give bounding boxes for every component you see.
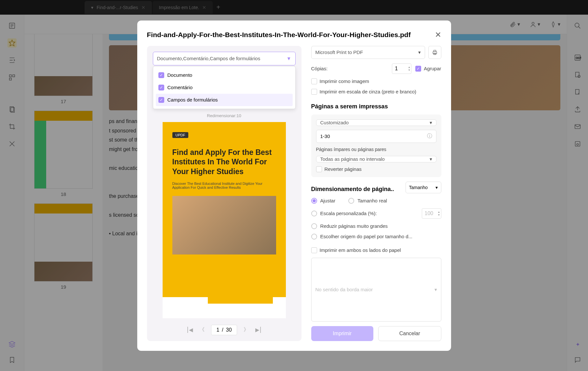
spin-down-icon[interactable]: ▼ [408,69,410,72]
grayscale-label: Imprimir em escala de cinza (preto e bra… [320,89,417,94]
svg-rect-17 [434,50,436,51]
resize-label: Redimensionar:10 [153,113,296,118]
option-label: Documento [167,72,193,78]
content-dropdown[interactable]: Documento,Comentário,Campos de formulári… [153,52,296,65]
shrink-radio[interactable]: Reduzir páginas muito grandes [311,223,441,229]
page-input[interactable]: 1 / 30 [211,325,237,335]
radio-icon [311,234,317,240]
pages-mode-select[interactable]: Customizado ▾ [316,119,436,126]
copies-value: 1 [395,66,398,72]
copies-label: Cópias: [311,66,328,71]
preview-panel: Documento,Comentário,Campos de formulári… [147,46,301,341]
option-document[interactable]: ✓ Documento [156,69,293,81]
duplex-label: Imprimir em ambos os lados do papel [320,247,401,253]
cancel-button[interactable]: Cancelar [378,326,441,341]
chevron-down-icon: ▾ [418,49,421,55]
next-page-button[interactable]: 》 [244,326,249,333]
checkbox-icon [311,247,317,253]
copies-spinner[interactable]: 1 ▲▼ [392,63,411,74]
preview-page: UPDF Find and Apply For the Best Institu… [163,122,286,318]
fit-radio[interactable]: Ajustar [311,198,336,204]
choose-source-radio[interactable]: Escolher origem do papel por tamanho d..… [311,234,441,240]
custom-scale-label: Escala personalizada (%): [320,211,377,216]
prev-page-button[interactable]: 《 [199,326,205,333]
pager: ⎮◀ 《 1 / 30 》 ▶⎮ [153,325,296,335]
size-value: Tamanho [409,185,428,190]
pages-section-title: Páginas a serem impressas [311,103,441,110]
printer-properties-button[interactable] [428,46,441,59]
option-label: Campos de formulários [167,97,218,103]
close-dialog-button[interactable]: ✕ [435,30,441,39]
pages-mode-value: Customizado [320,120,349,125]
chevron-down-icon: ▼ [287,56,291,61]
preview-subtitle: Discover The Best Educational Institute … [172,182,276,189]
svg-rect-16 [433,51,437,54]
preview-title: Find and Apply For the Best Institutes I… [172,148,276,177]
preview-logo: UPDF [172,132,189,138]
option-comment[interactable]: ✓ Comentário [156,81,293,94]
settings-panel: Microsoft Print to PDF ▾ Cópias: 1 ▲▼ [311,46,441,341]
scaling-section-title: Dimensionamento de página.. [311,186,394,193]
dialog-title: Find-and-Apply-For-the-Best-Institutes-I… [147,31,411,39]
custom-scale-radio[interactable]: Escala personalizada (%): [311,211,377,216]
collate-label: Agrupar [424,66,441,71]
reverse-label: Reverter páginas [325,166,362,172]
radio-icon [311,223,317,229]
current-page: 1 [216,327,219,333]
printer-select[interactable]: Microsoft Print to PDF ▾ [311,46,425,59]
shrink-label: Reduzir páginas muito grandes [320,223,388,229]
dropdown-menu: ✓ Documento ✓ Comentário ✓ Campos de for… [153,66,296,109]
checkbox-icon [311,78,317,84]
chevron-down-icon: ▾ [435,185,438,190]
scale-spinner[interactable]: 100 ▲▼ [422,208,441,219]
chevron-down-icon: ▾ [430,120,432,126]
spin-up-icon[interactable]: ▲ [438,211,440,213]
grayscale-checkbox[interactable]: Imprimir em escala de cinza (preto e bra… [311,89,441,95]
printer-value: Microsoft Print to PDF [315,49,363,55]
size-select[interactable]: Tamanho ▾ [406,182,441,193]
scale-value: 100 [425,211,434,216]
help-icon[interactable]: ⓘ [427,133,432,140]
radio-icon [311,198,317,204]
print-button[interactable]: Imprimir [311,326,374,341]
reverse-pages-checkbox[interactable]: Reverter páginas [316,166,436,172]
duplex-mode-value: No sentido da borda maior [315,287,373,292]
spin-down-icon[interactable]: ▼ [438,213,440,216]
checkbox-icon: ✓ [158,72,164,78]
radio-icon [311,211,317,216]
print-as-image-checkbox[interactable]: Imprimir como imagem [311,78,441,84]
total-pages: 30 [226,327,232,333]
print-dialog: Find-and-Apply-For-the-Best-Institutes-I… [137,21,451,351]
page-separator: / [222,327,223,333]
collate-checkbox[interactable]: ✓ Agrupar [415,66,441,72]
option-form-fields[interactable]: ✓ Campos de formulários [156,94,293,106]
preview-photo [172,196,276,254]
odd-even-value: Todas as páginas no intervalo [320,156,385,162]
last-page-button[interactable]: ▶⎮ [255,327,262,333]
page-range-input[interactable]: 1-30 ⓘ [316,130,436,143]
radio-icon [348,198,354,204]
checkbox-icon [316,166,322,172]
duplex-checkbox[interactable]: Imprimir em ambos os lados do papel [311,247,441,253]
checkbox-icon [311,89,317,95]
actual-label: Tamanho real [357,198,387,203]
spin-up-icon[interactable]: ▲ [408,66,410,69]
fit-label: Ajustar [320,198,336,203]
actual-size-radio[interactable]: Tamanho real [348,198,387,204]
page-range-value: 1-30 [320,133,330,139]
checkbox-icon: ✓ [158,85,164,90]
print-as-image-label: Imprimir como imagem [320,78,369,84]
checkbox-icon: ✓ [415,66,421,72]
duplex-mode-select: No sentido da borda maior ▾ [311,258,441,322]
first-page-button[interactable]: ⎮◀ [186,327,193,333]
choose-source-label: Escolher origem do papel por tamanho d..… [320,234,413,239]
odd-even-select[interactable]: Todas as páginas no intervalo ▾ [316,156,436,162]
option-label: Comentário [167,85,193,90]
chevron-down-icon: ▾ [434,287,437,293]
odd-even-label: Páginas ímpares ou páginas pares [316,147,436,152]
checkbox-icon: ✓ [158,97,164,103]
modal-overlay: Find-and-Apply-For-the-Best-Institutes-I… [0,0,588,371]
dropdown-value: Documento,Comentário,Campos de formulári… [157,56,261,61]
chevron-down-icon: ▾ [430,156,432,162]
